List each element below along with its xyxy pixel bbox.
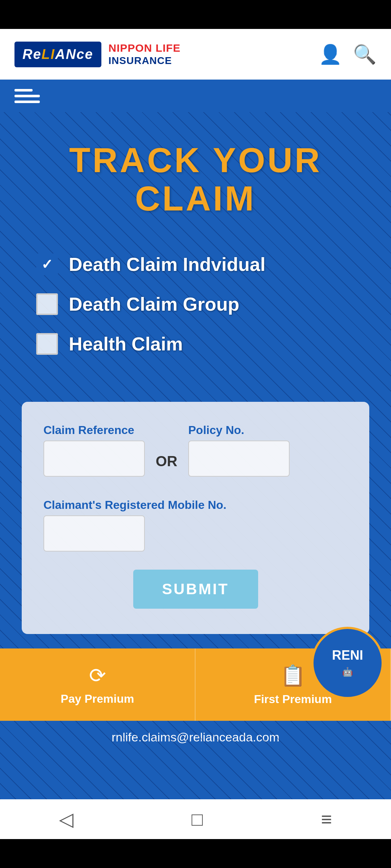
pay-premium-icon: ⟳ (89, 664, 106, 687)
hamburger-line-1 (14, 89, 33, 92)
submit-button[interactable]: SUBMIT (133, 570, 258, 609)
claim-ref-input[interactable] (43, 441, 145, 477)
header-icons: 👤 🔍 (319, 43, 377, 65)
header: ReLIANce NIPPON LIFE INSURANCE 👤 🔍 (0, 29, 391, 80)
email-address: rnlife.claims@relianceada.com (112, 730, 279, 744)
reliance-logo: ReLIANce (14, 42, 101, 67)
hamburger-line-3 (14, 101, 40, 103)
or-divider: OR (156, 453, 177, 469)
checkbox-death-individual[interactable]: ✓ (36, 254, 58, 275)
checkbox-death-group[interactable] (36, 293, 58, 315)
nippon-line2: INSURANCE (109, 55, 181, 67)
form-row-claim-policy: Claim Reference OR Policy No. (43, 424, 348, 477)
form-card: Claim Reference OR Policy No. Claimant's… (22, 402, 369, 634)
checkbox-health-claim[interactable] (36, 333, 58, 355)
user-icon[interactable]: 👤 (319, 43, 342, 65)
search-icon[interactable]: 🔍 (353, 43, 377, 65)
reni-chatbot-bubble[interactable]: RENI 🤖 (311, 627, 384, 699)
email-footer: rnlife.claims@relianceada.com (0, 721, 391, 753)
first-premium-icon: 📋 (280, 664, 306, 688)
policy-no-label: Policy No. (188, 424, 290, 437)
checkbox-row-1: ✓ Death Claim Indvidual (36, 254, 355, 275)
checkboxes-area: ✓ Death Claim Indvidual Death Claim Grou… (0, 232, 391, 387)
checkbox-label-death-group: Death Claim Group (69, 293, 239, 315)
policy-no-field: Policy No. (188, 424, 290, 477)
mobile-field: Claimant's Registered Mobile No. (43, 498, 348, 552)
back-button[interactable]: ◁ (59, 808, 73, 830)
nippon-line1: NIPPON LIFE (109, 42, 181, 55)
page-title: TRACK YOUR CLAIM (14, 141, 377, 217)
menu-button[interactable]: ≡ (321, 808, 332, 830)
hamburger-line-2 (14, 95, 40, 97)
mobile-input[interactable] (43, 515, 145, 552)
policy-no-input[interactable] (188, 441, 290, 477)
checkbox-label-death-individual: Death Claim Indvidual (69, 254, 265, 275)
footer-tabs: ⟳ Pay Premium 📋 First Premium RENI 🤖 (0, 648, 391, 721)
bottom-nav: ◁ □ ≡ (0, 799, 391, 839)
checkbox-row-3: Health Claim (36, 333, 355, 355)
main-content: TRACK YOUR CLAIM ✓ Death Claim Indvidual… (0, 112, 391, 799)
claim-ref-field: Claim Reference (43, 424, 145, 477)
claim-ref-label: Claim Reference (43, 424, 145, 437)
reliance-logo-text: ReLIANce (22, 47, 93, 62)
checkbox-label-health-claim: Health Claim (69, 333, 183, 355)
status-bar (0, 0, 391, 29)
reni-label: RENI 🤖 (332, 648, 363, 678)
nav-bar (0, 80, 391, 112)
checkmark-icon: ✓ (41, 256, 53, 272)
pay-premium-label: Pay Premium (61, 692, 134, 706)
nippon-logo: NIPPON LIFE INSURANCE (109, 42, 181, 67)
logo-area: ReLIANce NIPPON LIFE INSURANCE (14, 42, 181, 67)
home-button[interactable]: □ (192, 808, 203, 830)
mobile-label: Claimant's Registered Mobile No. (43, 498, 348, 512)
hamburger-menu[interactable] (14, 89, 40, 103)
checkbox-row-2: Death Claim Group (36, 293, 355, 315)
page-title-area: TRACK YOUR CLAIM (0, 112, 391, 232)
pay-premium-tab[interactable]: ⟳ Pay Premium (0, 648, 196, 721)
first-premium-label: First Premium (254, 693, 332, 706)
